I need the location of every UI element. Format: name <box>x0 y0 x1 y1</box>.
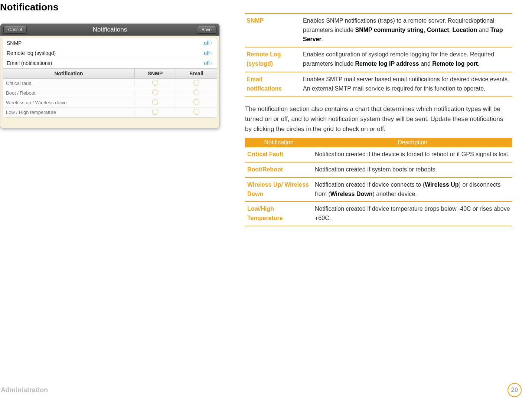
definition-description: Enables configuration of syslogd remote … <box>301 47 512 72</box>
grid-cell-label: Critical fault <box>3 81 135 86</box>
setting-snmp[interactable]: SNMP off › <box>3 38 217 48</box>
page-number: 20 <box>507 383 522 397</box>
setting-value: off › <box>204 50 212 56</box>
toggle-snmp-critical[interactable] <box>152 80 158 86</box>
setting-value: off › <box>204 40 212 46</box>
chevron-right-icon: › <box>210 50 212 56</box>
toggle-email-wireless[interactable] <box>193 99 199 105</box>
notif-header-desc: Description <box>313 138 512 147</box>
notif-row-label: Critical Fault <box>245 147 313 162</box>
setting-label: SNMP <box>7 40 22 46</box>
page-footer: Administration 20 <box>0 383 532 397</box>
definitions-table: SNMPEnables SNMP notifications (traps) t… <box>245 13 512 97</box>
definition-label: SNMP <box>245 13 301 47</box>
grid-header-email: Email <box>176 69 217 78</box>
cancel-button[interactable]: Cancel <box>3 26 27 33</box>
notif-row-description: Notification created if the device is fo… <box>313 147 512 162</box>
notifications-table: Notification Description Critical FaultN… <box>245 138 512 226</box>
notif-row-label: Boot/Reboot <box>245 162 313 177</box>
toggle-email-temp[interactable] <box>193 109 199 115</box>
panel-title: Notifications <box>0 26 219 33</box>
section-name: Administration <box>1 386 48 394</box>
grid-cell-label: Wireless up / Wireless down <box>3 100 135 105</box>
panel-body: SNMP off › Remote log (syslogd) off › Em… <box>3 38 217 118</box>
definition-label: Remote Log (syslogd) <box>245 47 301 72</box>
save-button[interactable]: Save <box>197 26 216 33</box>
toggle-snmp-wireless[interactable] <box>152 99 158 105</box>
toggle-email-critical[interactable] <box>193 80 199 86</box>
grid-cell-label: Boot / Reboot <box>3 90 135 96</box>
paragraph: The notification section also contains a… <box>245 104 512 134</box>
grid-header-notification: Notification <box>3 69 135 78</box>
toggle-snmp-boot[interactable] <box>152 89 158 95</box>
definition-label: Email notifications <box>245 72 301 97</box>
grid-header-snmp: SNMP <box>135 69 176 78</box>
panel-footer <box>0 120 219 128</box>
panel-header: Cancel Notifications Save <box>0 24 219 36</box>
toggle-email-boot[interactable] <box>193 89 199 95</box>
grid-header: Notification SNMP Email <box>3 68 217 79</box>
notif-row-label: Wireless Up/ Wireless Down <box>245 177 313 202</box>
setting-value: off › <box>204 60 212 66</box>
notif-row-label: Low/High Temperature <box>245 202 313 226</box>
notifications-panel: Cancel Notifications Save SNMP off › Rem… <box>0 23 220 128</box>
toggle-snmp-temp[interactable] <box>152 109 158 115</box>
grid-row-critical-fault: Critical fault <box>3 79 217 88</box>
setting-label: Remote log (syslogd) <box>7 50 56 56</box>
setting-label: Email (notifications) <box>7 60 52 66</box>
definition-description: Enables SNMP notifications (traps) to a … <box>301 13 512 47</box>
grid-cell-label: Low / High temperature <box>3 109 135 115</box>
chevron-right-icon: › <box>210 60 212 66</box>
page-title: Notifications <box>0 1 238 13</box>
notif-row-description: Notification created if system boots or … <box>313 162 512 177</box>
grid-row-wireless: Wireless up / Wireless down <box>3 98 217 108</box>
notif-row-description: Notification created if device connects … <box>313 177 512 202</box>
notif-header-name: Notification <box>245 138 313 147</box>
grid-row-boot: Boot / Reboot <box>3 88 217 98</box>
grid-row-temperature: Low / High temperature <box>3 108 217 117</box>
notif-row-description: Notification created if device temperatu… <box>313 202 512 226</box>
chevron-right-icon: › <box>210 40 212 46</box>
setting-email[interactable]: Email (notifications) off › <box>3 58 217 68</box>
definition-description: Enables SMTP mail server based email not… <box>301 72 512 97</box>
setting-remote-log[interactable]: Remote log (syslogd) off › <box>3 48 217 58</box>
